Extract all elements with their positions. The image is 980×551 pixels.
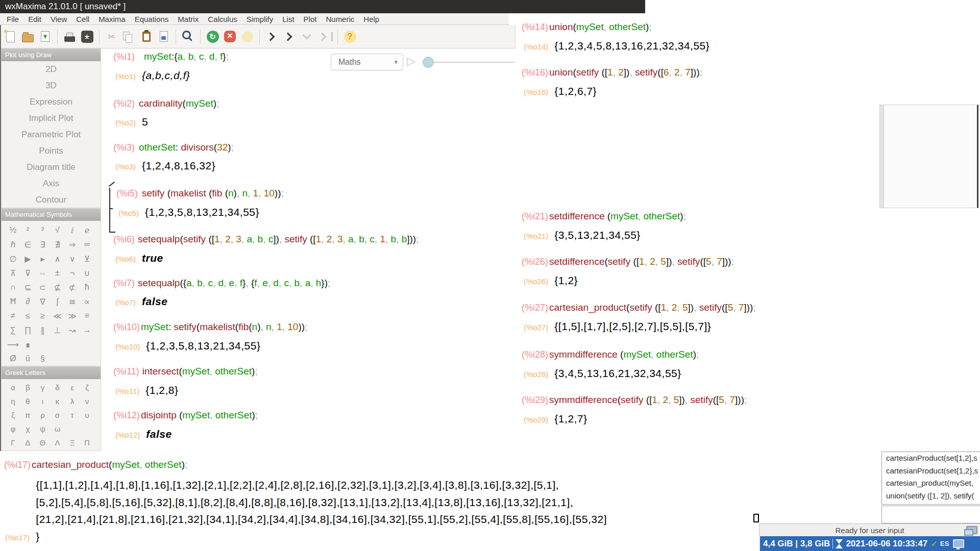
input-cell: (%i21)setdifference (mySet, otherSet); (522, 211, 686, 222)
output-value: {1,2,3,5,8,13,21,34,55} (146, 340, 260, 352)
input-cell: (%i16)union(setify ([1, 2]), setify([6, … (522, 67, 702, 78)
input-cell: (%i14)union(mySet, otherSet); (522, 21, 652, 33)
output-cell: (%o28){3,4,5,13,16,21,32,34,55} (524, 367, 681, 380)
cell-label: (%o6) (115, 255, 136, 263)
cell-label: (%i27) (522, 303, 548, 313)
autocomplete-item[interactable]: cartesianProduct(set{1,2},s (882, 465, 980, 478)
output-value: 5 (142, 116, 148, 128)
output-value: {3,5,13,21,34,55} (554, 229, 641, 241)
cell-label: (%o21) (524, 232, 548, 240)
cell-label: (%o12) (115, 431, 140, 439)
cell-label: (%o14) (524, 42, 548, 51)
cell-label: (%o5) (118, 209, 139, 217)
output-value: false (146, 428, 172, 440)
memory-indicator[interactable]: 4,4 GiB | 3,8 GiB (763, 539, 830, 549)
input-cell: (%i2)cardinality(mySet); (113, 98, 219, 109)
output-cell: (%o5){1,2,3,5,8,13,21,34,55} (118, 206, 259, 218)
input-code[interactable]: mySet: setify(makelist(fib(n), n, 1, 10)… (141, 321, 307, 333)
clock[interactable]: 2021-06-06 10:33:47 (846, 539, 927, 549)
input-code[interactable]: cardinality(mySet); (139, 98, 219, 109)
output-value: {1,2} (554, 274, 578, 287)
autocomplete-item[interactable]: cartesianProduct(set[1,2],s (882, 452, 980, 465)
cell-label: (%o28) (524, 370, 548, 379)
screen: wxMaxima 21.01.0 [ unsaved* ] FileEditVi… (0, 0, 980, 551)
input-cell: (%i27)cartesian_product(setify ([1, 2, 5… (522, 302, 756, 313)
output-cell: (%o29){1,2,7} (524, 413, 587, 425)
input-code[interactable]: cartesian_product(setify ([1, 2, 5]), se… (549, 302, 756, 313)
cell-label: (%i14) (522, 22, 548, 32)
input-code[interactable]: union(setify ([1, 2]), setify([6, 2, 7])… (549, 67, 702, 78)
output-value: {3,4,5,13,16,21,32,34,55} (554, 367, 681, 380)
cell-label: (%o27) (524, 323, 548, 332)
cell-label: (%i2) (113, 98, 135, 109)
cell-label: (%o10) (115, 342, 140, 351)
input-cell: (%i26)setdifference(setify ([1, 2, 5]), … (522, 256, 734, 267)
status-text: Ready for user input (835, 526, 904, 535)
cell-label: (%i17) (4, 460, 31, 470)
input-code[interactable]: mySet:{a, b, c, d, f}; (144, 51, 229, 62)
input-code[interactable]: otherSet: divisors(32); (139, 142, 234, 153)
cell-label: (%i1) (113, 52, 135, 62)
output-cell: (%o3){1,2,4,8,16,32} (115, 160, 215, 172)
autocomplete-popup: cartesianProduct(set[1,2],scartesianProd… (881, 452, 980, 505)
output-cell: (%o16){1,2,6,7} (524, 85, 597, 97)
output-cell: (%o6)true (115, 252, 163, 264)
input-code[interactable]: symmdifference(setify ([1, 2, 5]), setif… (549, 394, 747, 406)
input-cell: (%i11)intersect(mySet, otherSet); (113, 366, 258, 377)
cell-label: (%i28) (522, 349, 548, 360)
cell-label: (%i11) (113, 366, 139, 377)
cell-label: (%i29) (522, 395, 548, 405)
taskbar: 4,4 GiB | 3,8 GiB 2021-06-06 10:33:47 ✓ … (759, 536, 980, 551)
input-cell: (%i12)disjointp (mySet, otherSet); (113, 410, 258, 421)
cell-label: (%o11) (115, 387, 139, 395)
empty-side-panel (879, 105, 978, 208)
network-monitor-icon (966, 526, 977, 534)
input-code[interactable]: setequalp({a, b, c, d, e, f}, {f, e, d, … (138, 278, 330, 289)
autocomplete-item[interactable]: union(setify ([1, 2]), setify( (882, 490, 980, 503)
output-value: {1,2,4,8,16,32} (142, 160, 215, 172)
display-icon[interactable] (953, 539, 964, 548)
cell-label: (%i5) (116, 188, 138, 198)
input-code[interactable]: setequalp(setify ([1, 2, 3, a, b, c]), s… (138, 234, 419, 245)
hourglass-icon (836, 539, 843, 549)
cell-label: (%i3) (113, 142, 135, 153)
keyboard-layout-indicator[interactable]: ES (940, 540, 949, 547)
input-code[interactable]: disjointp (mySet, otherSet); (141, 410, 258, 421)
output-cell: (%o26){1,2} (524, 274, 578, 287)
worksheet[interactable]: (%i1)mySet:{a, b, c, d, f};(%o1){a,b,c,d… (0, 0, 980, 551)
cell-label: (%i7) (113, 278, 135, 288)
input-code[interactable]: symmdifference (mySet, otherSet); (549, 349, 699, 360)
cell-bracket[interactable] (109, 188, 115, 233)
input-cell: (%i1)mySet:{a, b, c, d, f}; (113, 51, 229, 62)
autocomplete-item[interactable]: cartesian_product(mySet, (882, 477, 980, 490)
input-code[interactable]: setify (makelist (fib (n), n, 1, 10)); (142, 188, 284, 199)
autocomplete-item[interactable]: union(setify ([1, 2]), setif (882, 502, 980, 505)
cell-label: (%i21) (522, 211, 548, 221)
cell-label: (%i26) (522, 257, 548, 267)
input-code[interactable]: setdifference (mySet, otherSet); (549, 211, 686, 222)
notification-icon[interactable]: ✓ (931, 539, 938, 548)
output-cell: (%o1){a,b,c,d,f} (115, 69, 190, 82)
output-value: {1,2,3,4,5,8,13,16,21,32,34,55} (554, 40, 709, 52)
input-cell: (%i29)symmdifference(setify ([1, 2, 5]),… (522, 394, 747, 406)
cell-label: (%o2) (115, 118, 136, 127)
cell-label: (%o29) (524, 415, 548, 424)
input-code[interactable]: intersect(mySet, otherSet); (142, 366, 258, 377)
input-code[interactable]: setdifference(setify ([1, 2, 5]), setify… (549, 256, 734, 267)
output-value: true (142, 252, 163, 264)
output-cell: (%o17){[1,1],[1,2],[1,4],[1,8],[1,16],[1… (5, 477, 607, 545)
input-cell: (%i5)setify (makelist (fib (n), n, 1, 10… (116, 188, 284, 199)
output-cell: (%o2)5 (115, 116, 148, 128)
input-cell: (%i28)symmdifference (mySet, otherSet); (522, 349, 699, 360)
input-cell: (%i7)setequalp({a, b, c, d, e, f}, {f, e… (113, 278, 330, 289)
output-cell: (%o14){1,2,3,4,5,8,13,16,21,32,34,55} (524, 40, 709, 52)
output-cell: (%o10){1,2,3,5,8,13,21,34,55} (115, 340, 260, 352)
input-code[interactable]: union(mySet, otherSet); (549, 21, 652, 33)
input-code[interactable]: cartesian_product(mySet, otherSet); (32, 459, 187, 470)
autocomplete-input[interactable] (881, 506, 980, 523)
cell-label: (%o26) (524, 277, 548, 286)
input-cell: (%i10)mySet: setify(makelist(fib(n), n, … (113, 321, 307, 333)
input-cell: (%i6)setequalp(setify ([1, 2, 3, a, b, c… (113, 234, 419, 245)
output-cell: (%o12)false (115, 428, 172, 440)
slider-knob[interactable] (423, 57, 434, 68)
